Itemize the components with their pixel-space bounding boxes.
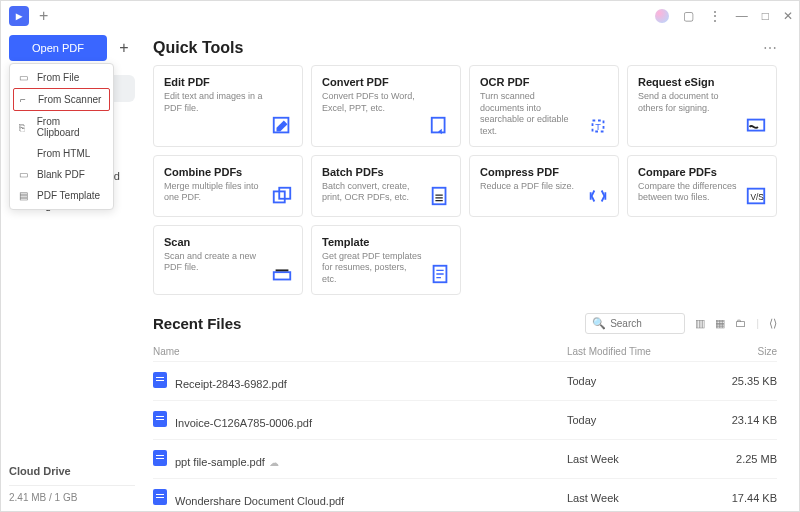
file-name: Wondershare Document Cloud.pdf xyxy=(175,495,344,507)
card-desc: Reduce a PDF file size. xyxy=(480,181,580,193)
file-modified: Today xyxy=(567,414,717,426)
dropdown-icon: ⌐ xyxy=(20,94,32,105)
card-icon xyxy=(270,262,294,286)
card-desc: Merge multiple files into one PDF. xyxy=(164,181,264,204)
cloud-drive-title[interactable]: Cloud Drive xyxy=(9,465,135,477)
col-size[interactable]: Size xyxy=(717,346,777,357)
svg-text:T: T xyxy=(595,121,601,131)
quick-tools-more-icon[interactable]: ⋯ xyxy=(763,40,777,56)
close-button[interactable]: ✕ xyxy=(783,9,793,23)
dropdown-item-from-scanner[interactable]: ⌐From Scanner xyxy=(13,88,110,111)
new-tab-button[interactable]: + xyxy=(39,7,48,25)
file-size: 17.44 KB xyxy=(717,492,777,504)
card-icon: T xyxy=(586,114,610,138)
card-title: Compress PDF xyxy=(480,166,608,178)
search-input[interactable]: 🔍 xyxy=(585,313,685,334)
card-icon xyxy=(744,114,768,138)
tool-card-convert-pdf[interactable]: Convert PDFConvert PDFs to Word, Excel, … xyxy=(311,65,461,147)
card-desc: Convert PDFs to Word, Excel, PPT, etc. xyxy=(322,91,422,114)
dropdown-icon: ▤ xyxy=(19,190,31,201)
col-modified[interactable]: Last Modified Time xyxy=(567,346,717,357)
card-desc: Scan and create a new PDF file. xyxy=(164,251,264,274)
window-controls: ▢ ⋮ — □ ✕ xyxy=(655,8,793,24)
dropdown-icon: ▭ xyxy=(19,169,31,180)
svg-rect-6 xyxy=(433,188,446,205)
create-pdf-button[interactable]: + xyxy=(113,35,135,61)
table-row[interactable]: Receipt-2843-6982.pdfToday25.35 KB xyxy=(153,361,777,400)
search-field[interactable] xyxy=(610,318,680,329)
tool-card-template[interactable]: TemplateGet great PDF templates for resu… xyxy=(311,225,461,295)
card-icon xyxy=(270,184,294,208)
file-modified: Last Week xyxy=(567,492,717,504)
cloud-icon: ☁ xyxy=(269,457,279,468)
table-row[interactable]: ppt file-sample.pdf☁Last Week2.25 MB xyxy=(153,439,777,478)
recent-files-table: Name Last Modified Time Size Receipt-284… xyxy=(153,342,777,511)
tool-card-compare-pdfs[interactable]: Compare PDFsCompare the differences betw… xyxy=(627,155,777,217)
svg-text:V/S: V/S xyxy=(751,192,765,201)
file-size: 25.35 KB xyxy=(717,375,777,387)
open-pdf-button[interactable]: Open PDF xyxy=(9,35,107,61)
svg-rect-1 xyxy=(432,118,445,133)
card-title: Template xyxy=(322,236,450,248)
file-size: 2.25 MB xyxy=(717,453,777,465)
tool-card-ocr-pdf[interactable]: OCR PDFTurn scanned documents into searc… xyxy=(469,65,619,147)
recent-files-title: Recent Files xyxy=(153,315,241,332)
file-name: Invoice-C126A785-0006.pdf xyxy=(175,417,312,429)
feedback-icon[interactable]: ▢ xyxy=(683,9,694,23)
view-list-icon[interactable]: ▥ xyxy=(695,317,705,330)
tool-card-combine-pdfs[interactable]: Combine PDFsMerge multiple files into on… xyxy=(153,155,303,217)
card-desc: Turn scanned documents into searchable o… xyxy=(480,91,580,138)
minimize-button[interactable]: — xyxy=(736,9,748,23)
card-desc: Edit text and images in a PDF file. xyxy=(164,91,264,114)
more-icon[interactable]: ⋮ xyxy=(708,8,722,24)
svg-rect-9 xyxy=(274,272,291,279)
card-icon: V/S xyxy=(744,184,768,208)
table-row[interactable]: Invoice-C126A785-0006.pdfToday23.14 KB xyxy=(153,400,777,439)
app-logo: ▸ xyxy=(9,6,29,26)
dropdown-item-from-html[interactable]: From HTML xyxy=(13,143,110,164)
card-title: OCR PDF xyxy=(480,76,608,88)
dropdown-item-pdf-template[interactable]: ▤PDF Template xyxy=(13,185,110,206)
file-name: ppt file-sample.pdf xyxy=(175,456,265,468)
file-name: Receipt-2843-6982.pdf xyxy=(175,378,287,390)
dropdown-icon: ▭ xyxy=(19,72,31,83)
pdf-file-icon xyxy=(153,489,167,505)
file-size: 23.14 KB xyxy=(717,414,777,426)
dropdown-item-from-file[interactable]: ▭From File xyxy=(13,67,110,88)
dropdown-item-from-clipboard[interactable]: ⎘From Clipboard xyxy=(13,111,110,143)
cloud-drive-block: Cloud Drive 2.41 MB / 1 GB xyxy=(9,465,135,503)
pdf-file-icon xyxy=(153,372,167,388)
create-dropdown: ▭From File⌐From Scanner⎘From ClipboardFr… xyxy=(9,63,114,210)
tool-card-edit-pdf[interactable]: Edit PDFEdit text and images in a PDF fi… xyxy=(153,65,303,147)
pdf-file-icon xyxy=(153,450,167,466)
maximize-button[interactable]: □ xyxy=(762,9,769,23)
pdf-file-icon xyxy=(153,411,167,427)
table-row[interactable]: Wondershare Document Cloud.pdfLast Week1… xyxy=(153,478,777,511)
card-desc: Send a document to others for signing. xyxy=(638,91,738,114)
dropdown-item-blank-pdf[interactable]: ▭Blank PDF xyxy=(13,164,110,185)
content: Quick Tools ⋯ Edit PDFEdit text and imag… xyxy=(143,31,799,511)
titlebar: ▸ + ▢ ⋮ — □ ✕ xyxy=(1,1,799,31)
card-title: Edit PDF xyxy=(164,76,292,88)
view-folder-icon[interactable]: 🗀 xyxy=(735,317,746,329)
card-desc: Get great PDF templates for resumes, pos… xyxy=(322,251,422,286)
card-icon xyxy=(428,262,452,286)
card-title: Convert PDF xyxy=(322,76,450,88)
search-icon: 🔍 xyxy=(592,317,606,330)
view-grid-icon[interactable]: ▦ xyxy=(715,317,725,330)
card-title: Batch PDFs xyxy=(322,166,450,178)
ai-icon[interactable] xyxy=(655,9,669,23)
svg-rect-3 xyxy=(748,119,765,130)
card-icon xyxy=(428,184,452,208)
card-title: Combine PDFs xyxy=(164,166,292,178)
col-name[interactable]: Name xyxy=(153,346,567,357)
tool-card-compress-pdf[interactable]: Compress PDFReduce a PDF file size. xyxy=(469,155,619,217)
tool-card-scan[interactable]: ScanScan and create a new PDF file. xyxy=(153,225,303,295)
cloud-drive-usage: 2.41 MB / 1 GB xyxy=(9,485,135,503)
tool-card-request-esign[interactable]: Request eSignSend a document to others f… xyxy=(627,65,777,147)
collapse-icon[interactable]: ⟨⟩ xyxy=(769,317,777,330)
tool-card-batch-pdfs[interactable]: Batch PDFsBatch convert, create, print, … xyxy=(311,155,461,217)
sidebar: Open PDF + ▭From File⌐From Scanner⎘From … xyxy=(1,31,143,511)
card-desc: Compare the differences between two file… xyxy=(638,181,738,204)
card-icon xyxy=(270,114,294,138)
